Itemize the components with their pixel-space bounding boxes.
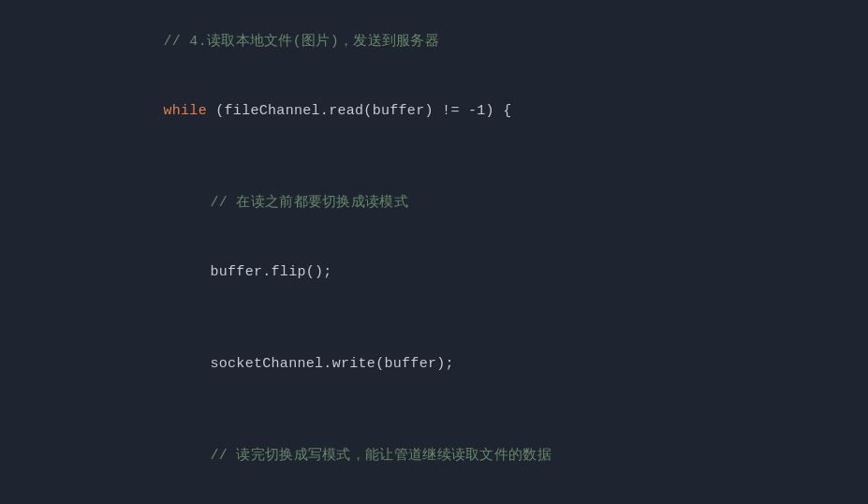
code-line: // 在读之前都要切换成读模式	[0, 169, 868, 238]
empty-line	[0, 146, 868, 169]
code-line: // 4.读取本地文件(图片)，发送到服务器	[0, 7, 868, 77]
code-line: // 读完切换成写模式，能让管道继续读取文件的数据	[0, 422, 868, 491]
code-line: buffer.flip();	[0, 238, 868, 307]
code-line: buffer.clear();	[0, 491, 868, 504]
comment-text: // 读完切换成写模式，能让管道继续读取文件的数据	[210, 448, 552, 464]
comment-text: // 4.读取本地文件(图片)，发送到服务器	[163, 34, 439, 50]
code-content: // 4.读取本地文件(图片)，发送到服务器 while (fileChanne…	[0, 0, 868, 504]
code-editor: // 4.读取本地文件(图片)，发送到服务器 while (fileChanne…	[0, 0, 868, 504]
empty-line	[0, 399, 868, 422]
code-line: while (fileChannel.read(buffer) != -1) {	[0, 77, 868, 146]
comment-text: // 在读之前都要切换成读模式	[210, 195, 408, 211]
empty-line	[0, 307, 868, 330]
code-line: socketChannel.write(buffer);	[0, 330, 868, 399]
keyword-while: while	[163, 103, 207, 119]
